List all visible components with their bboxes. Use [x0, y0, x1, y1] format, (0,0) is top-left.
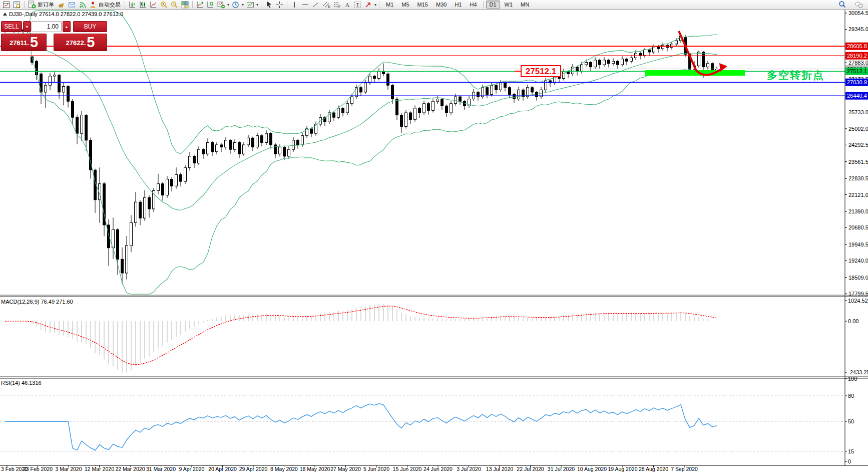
svg-text:19949.5: 19949.5 [848, 242, 868, 248]
svg-text:22121.0: 22121.0 [848, 192, 868, 198]
turning-point-label: 多空转折点 [767, 69, 824, 81]
chart-preview-icon[interactable] [12, 1, 22, 9]
price-chart[interactable]: 27512.1多空转折点30054.529345.027883.027173.5… [0, 0, 868, 472]
tab-timeframe-m1[interactable]: M1 [382, 1, 397, 9]
macd-label: MACD(12,26,9) 76.49 271.60 [1, 299, 73, 305]
new-order-icon[interactable] [27, 1, 37, 9]
text-icon[interactable]: A [342, 1, 352, 9]
date-axis: 3 Feb 202023 Feb 20203 Mar 202012 Mar 20… [1, 465, 698, 472]
svg-text:23561.5: 23561.5 [848, 159, 868, 165]
templates-caret[interactable]: ▾ [255, 3, 259, 7]
tab-timeframe-m30[interactable]: M30 [432, 1, 450, 9]
svg-text:9 Apr 2020: 9 Apr 2020 [179, 466, 205, 472]
candlestick-chart-icon[interactable] [138, 1, 148, 9]
new-chart-icon[interactable] [216, 1, 226, 9]
svg-text:28605.8: 28605.8 [847, 43, 867, 49]
vertical-line-icon[interactable] [289, 1, 300, 9]
buy-price-box[interactable]: 27622. 5 [54, 34, 107, 51]
zoom-out-icon[interactable] [169, 1, 180, 9]
svg-text:E: E [328, 5, 330, 9]
svg-text:31 Mar 2020: 31 Mar 2020 [146, 466, 176, 472]
svg-text:15: 15 [848, 448, 854, 454]
svg-text:22 Jul 2020: 22 Jul 2020 [517, 466, 544, 472]
bar-chart-icon[interactable] [127, 1, 138, 9]
tab-timeframe-h1[interactable]: H1 [451, 1, 465, 9]
periods-icon[interactable] [230, 1, 241, 9]
volume-increase-button[interactable]: ▲ [63, 21, 71, 32]
signals-icon[interactable] [77, 1, 88, 9]
svg-text:28 Aug 2020: 28 Aug 2020 [639, 466, 668, 472]
svg-text:5 Jun 2020: 5 Jun 2020 [363, 466, 389, 472]
buy-price-main: 27622. [66, 37, 86, 50]
support-highlight-bar [645, 70, 745, 76]
cursor-icon[interactable] [264, 1, 274, 9]
svg-text:12 Mar 2020: 12 Mar 2020 [85, 466, 114, 472]
tab-timeframe-w1[interactable]: W1 [501, 1, 517, 9]
equidistant-channel-icon[interactable]: E [321, 1, 331, 9]
new-chart-caret[interactable]: ▾ [226, 3, 230, 7]
chat-icon[interactable] [853, 1, 864, 9]
community-icon[interactable] [67, 1, 77, 9]
zoom-in-icon[interactable] [159, 1, 169, 9]
svg-text:50: 50 [848, 418, 854, 424]
add-indicator-icon[interactable] [205, 1, 216, 9]
rsi-label: RSI(14) 46.1316 [1, 380, 42, 386]
indicators-icon[interactable] [195, 1, 205, 9]
templates-icon[interactable] [245, 1, 255, 9]
periods-caret[interactable]: ▾ [241, 3, 245, 7]
svg-text:29345.0: 29345.0 [848, 26, 868, 32]
buy-price-big-digit: 5 [87, 35, 95, 50]
volume-input[interactable] [32, 21, 62, 32]
horizontal-line-icon[interactable] [300, 1, 310, 9]
arrows-icon[interactable] [363, 1, 373, 9]
sell-button[interactable]: SELL [1, 21, 22, 32]
svg-text:27512.1: 27512.1 [526, 67, 556, 76]
tab-timeframe-m5[interactable]: M5 [398, 1, 412, 9]
market-icon[interactable] [56, 1, 67, 9]
svg-text:T: T [356, 2, 359, 8]
svg-text:17799.5: 17799.5 [848, 291, 868, 297]
svg-text:27512.1: 27512.1 [847, 68, 867, 74]
svg-text:0.00: 0.00 [848, 318, 858, 324]
tab-timeframe-d1[interactable]: D1 [486, 1, 500, 9]
chart-title: DJ30-,Daily 27614.0 27822.0 27439.0 2761… [3, 11, 123, 17]
tab-timeframe-m15[interactable]: M15 [414, 1, 431, 9]
svg-text:31 Jul 2020: 31 Jul 2020 [548, 466, 575, 472]
svg-text:27883.0: 27883.0 [848, 60, 868, 66]
volume-decrease-button[interactable]: ▼ [23, 21, 31, 32]
svg-text:27030.9: 27030.9 [847, 79, 867, 85]
arrows-caret[interactable]: ▾ [373, 3, 377, 7]
tab-timeframe-mn[interactable]: MN [517, 1, 533, 9]
collapse-panel-icon[interactable] [3, 13, 7, 16]
line-chart-icon[interactable] [148, 1, 159, 9]
svg-text:13 Jul 2020: 13 Jul 2020 [486, 466, 513, 472]
tab-timeframe-h4[interactable]: H4 [466, 1, 480, 9]
svg-text:23 Feb 2020: 23 Feb 2020 [23, 466, 53, 472]
fibonacci-icon[interactable]: F [331, 1, 342, 9]
search-icon[interactable] [837, 1, 847, 9]
sell-price-box[interactable]: 27611. 5 [1, 34, 47, 51]
svg-text:24292.5: 24292.5 [848, 142, 868, 148]
svg-text:3 Jul 2020: 3 Jul 2020 [457, 466, 481, 472]
svg-text:25002.0: 25002.0 [848, 126, 868, 132]
svg-text:29 Apr 2020: 29 Apr 2020 [239, 466, 268, 472]
crosshair-icon[interactable] [274, 1, 285, 9]
text-label-icon[interactable]: T [352, 1, 363, 9]
svg-text:22830.5: 22830.5 [848, 175, 868, 181]
tile-windows-icon[interactable] [180, 1, 190, 9]
svg-text:25733.0: 25733.0 [848, 109, 868, 115]
chart-window-icon[interactable] [1, 1, 12, 9]
svg-text:-2433.25: -2433.25 [848, 369, 868, 375]
buy-button[interactable]: BUY [73, 21, 107, 32]
autotrading-icon[interactable] [88, 1, 98, 9]
trendline-icon[interactable] [310, 1, 321, 9]
chart-title-text: DJ30-,Daily 27614.0 27822.0 27439.0 2761… [9, 11, 123, 17]
svg-text:8 May 2020: 8 May 2020 [270, 466, 298, 472]
svg-text:100: 100 [848, 376, 857, 382]
svg-text:19 Aug 2020: 19 Aug 2020 [608, 466, 638, 472]
new-order-label[interactable]: 新订单 [38, 1, 54, 9]
autotrading-label[interactable]: 自动交易 [99, 1, 121, 9]
svg-text:80: 80 [848, 393, 854, 399]
svg-text:28190.2: 28190.2 [847, 53, 867, 59]
svg-text:15 Jun 2020: 15 Jun 2020 [393, 466, 422, 472]
